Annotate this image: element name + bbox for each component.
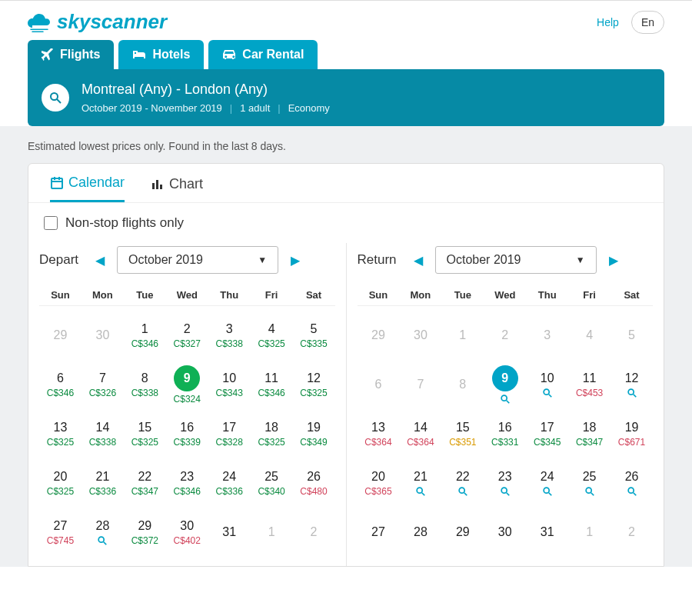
depart-day-cell[interactable]: 24C$336	[208, 458, 251, 508]
depart-day-cell[interactable]: 15C$325	[124, 409, 166, 458]
svg-point-11	[501, 395, 507, 401]
return-next-month[interactable]: ▶	[604, 250, 623, 271]
return-day-cell[interactable]: 31	[526, 508, 568, 557]
price-label: C$453	[576, 388, 603, 398]
svg-line-14	[548, 394, 551, 397]
return-prev-month[interactable]: ◀	[409, 250, 428, 271]
depart-label: Depart	[39, 252, 78, 268]
help-link[interactable]: Help	[597, 16, 619, 28]
return-day-cell[interactable]: 9	[484, 360, 526, 409]
return-day-cell[interactable]: 14C$364	[399, 409, 441, 458]
depart-day-cell[interactable]: 3C$338	[208, 311, 251, 360]
return-month-label: October 2019	[447, 253, 521, 267]
svg-point-21	[501, 488, 507, 493]
price-label: C$324	[174, 394, 201, 405]
depart-day-cell[interactable]: 11C$346	[251, 360, 293, 409]
depart-day-cell[interactable]: 2C$327	[166, 311, 208, 360]
search-icon	[542, 486, 553, 497]
return-day-cell[interactable]: 21	[399, 458, 441, 508]
day-of-week-header: Wed	[166, 285, 208, 305]
return-day-cell[interactable]: 16C$331	[484, 409, 526, 458]
return-day-cell[interactable]: 22	[441, 458, 484, 508]
return-day-cell[interactable]: 25	[568, 458, 610, 508]
depart-day-cell[interactable]: 10C$343	[208, 360, 251, 409]
view-tab-calendar[interactable]: Calendar	[50, 175, 125, 202]
svg-line-10	[104, 541, 107, 544]
locale-button[interactable]: En	[631, 11, 664, 34]
return-day-cell[interactable]: 17C$345	[526, 409, 568, 458]
day-of-week-header: Sat	[293, 285, 335, 305]
depart-day-cell[interactable]: 25C$340	[251, 458, 293, 508]
depart-day-cell[interactable]: 30C$402	[166, 508, 208, 557]
depart-day-cell[interactable]: 8C$338	[124, 360, 166, 409]
svg-line-26	[591, 492, 594, 495]
return-day-cell[interactable]: 13C$364	[358, 409, 400, 458]
price-label: C$402	[174, 535, 201, 546]
summary-pax: 1 adult	[240, 102, 270, 114]
depart-day-cell[interactable]: 29C$372	[124, 508, 166, 557]
return-day-cell[interactable]: 26	[610, 458, 653, 508]
return-day-cell[interactable]: 30	[484, 508, 526, 557]
depart-day-cell[interactable]: 9C$324	[166, 360, 208, 409]
return-day-cell[interactable]: 15C$351	[441, 409, 484, 458]
svg-rect-2	[52, 178, 62, 188]
depart-day-cell[interactable]: 1C$346	[124, 311, 166, 360]
depart-day-cell[interactable]: 14C$338	[82, 409, 124, 458]
depart-day-cell[interactable]: 19C$349	[293, 409, 335, 458]
price-label: C$331	[491, 437, 518, 448]
return-day-cell[interactable]: 11C$453	[568, 360, 610, 409]
depart-day-cell[interactable]: 26C$480	[293, 458, 335, 508]
depart-day-cell[interactable]: 12C$325	[293, 360, 335, 409]
depart-day-cell[interactable]: 6C$346	[39, 360, 82, 409]
depart-next-month[interactable]: ▶	[286, 250, 304, 271]
svg-point-9	[99, 537, 105, 542]
return-day-cell[interactable]: 27	[358, 508, 400, 557]
depart-day-cell[interactable]: 17C$328	[208, 409, 251, 458]
return-month-select[interactable]: October 2019 ▼	[435, 246, 597, 274]
nonstop-checkbox[interactable]	[44, 216, 58, 230]
depart-day-cell[interactable]: 18C$325	[251, 409, 293, 458]
price-label: C$346	[131, 338, 158, 349]
depart-day-cell[interactable]: 22C$347	[124, 458, 166, 508]
depart-day-cell[interactable]: 5C$335	[293, 311, 335, 360]
return-day-cell[interactable]: 12	[610, 360, 653, 409]
depart-month-select[interactable]: October 2019 ▼	[117, 246, 278, 274]
depart-day-cell[interactable]: 16C$339	[166, 409, 208, 458]
return-day-cell[interactable]: 28	[399, 508, 441, 557]
tab-hotels[interactable]: Hotels	[118, 40, 204, 69]
depart-day-cell: 2	[293, 508, 335, 557]
depart-day-cell[interactable]: 20C$325	[39, 458, 82, 508]
tab-car-label: Car Rental	[242, 48, 304, 62]
return-day-cell[interactable]: 20C$365	[358, 458, 400, 508]
svg-point-0	[51, 93, 58, 100]
depart-day-cell[interactable]: 28	[82, 508, 124, 557]
tab-flights[interactable]: Flights	[28, 40, 114, 69]
return-day-cell[interactable]: 29	[441, 508, 484, 557]
return-day-cell[interactable]: 23	[484, 458, 526, 508]
search-icon	[584, 486, 595, 497]
svg-line-20	[464, 492, 467, 495]
day-of-week-header: Tue	[124, 285, 166, 305]
depart-day-cell[interactable]: 27C$745	[39, 508, 82, 557]
return-day-cell[interactable]: 19C$671	[610, 409, 653, 458]
depart-day-cell[interactable]: 31	[208, 508, 251, 557]
svg-point-27	[628, 488, 634, 493]
depart-prev-month[interactable]: ◀	[91, 250, 109, 271]
depart-day-cell[interactable]: 4C$325	[251, 311, 293, 360]
return-day-cell[interactable]: 10	[526, 360, 568, 409]
depart-day-cell[interactable]: 23C$346	[166, 458, 208, 508]
search-summary[interactable]: Montreal (Any) - London (Any) October 20…	[28, 69, 664, 126]
depart-day-cell[interactable]: 21C$336	[82, 458, 124, 508]
price-label: C$325	[47, 486, 74, 497]
tab-car-rental[interactable]: Car Rental	[208, 40, 318, 69]
svg-rect-8	[160, 185, 162, 189]
return-day-cell[interactable]: 18C$347	[568, 409, 610, 458]
depart-day-cell[interactable]: 13C$325	[39, 409, 82, 458]
day-of-week-header: Tue	[441, 285, 484, 305]
depart-day-cell[interactable]: 7C$326	[82, 360, 124, 409]
logo[interactable]: skyscanner	[28, 10, 167, 34]
view-tab-chart[interactable]: Chart	[151, 175, 203, 202]
disclaimer-text: Estimated lowest prices only. Found in t…	[0, 140, 692, 163]
price-label: C$326	[89, 388, 116, 398]
return-day-cell[interactable]: 24	[526, 458, 568, 508]
